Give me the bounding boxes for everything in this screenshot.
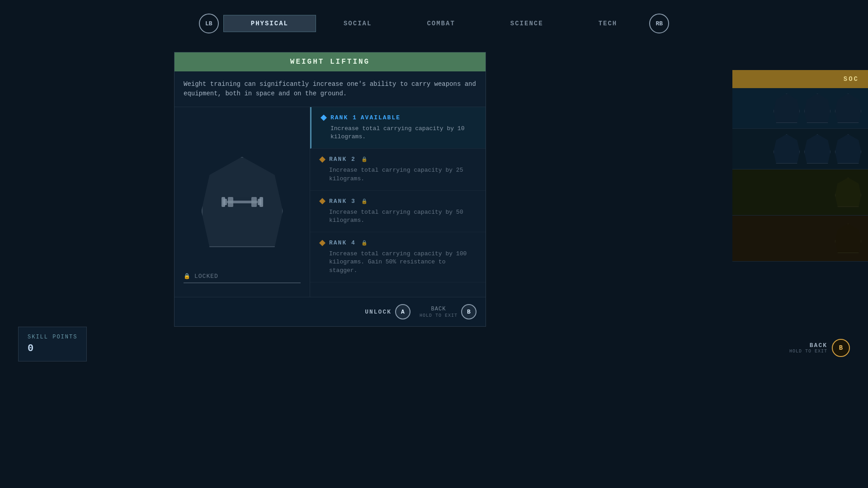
unlock-button[interactable]: UNLOCK A — [365, 304, 410, 319]
rank-1-description: Increase total carrying capacity by 10 k… — [321, 125, 476, 141]
skill-points-label: SKILL POINTS — [28, 334, 77, 340]
right-skill-hex-2a[interactable] — [774, 134, 800, 164]
rank-2-indicator — [319, 156, 326, 163]
skill-title: WEIGHT LIFTING — [175, 52, 486, 71]
action-bar: UNLOCK A BACK HOLD TO EXIT B — [175, 297, 486, 326]
rank-2-number: RANK 2 — [329, 156, 356, 163]
dumbbell-icon — [220, 188, 265, 216]
svg-rect-3 — [259, 197, 263, 207]
svg-rect-1 — [222, 197, 225, 207]
right-skill-hex-1a[interactable] — [774, 94, 800, 123]
right-skill-hex-2c[interactable] — [835, 134, 861, 164]
right-row-4 — [732, 216, 868, 262]
rank-item-4[interactable]: RANK 4 🔒 Increase total carrying capacit… — [310, 232, 486, 282]
tab-bar: PHYSICAL SOCIAL COMBAT SCIENCE TECH — [223, 15, 645, 32]
skill-icon-area: 🔒 LOCKED — [175, 107, 310, 297]
rank-2-header: RANK 2 🔒 — [319, 156, 476, 163]
rank-4-lock-icon: 🔒 — [361, 240, 368, 246]
unlock-btn-circle: A — [395, 304, 410, 319]
locked-text: LOCKED — [194, 273, 218, 280]
skill-hexagon — [202, 157, 283, 247]
rb-button[interactable]: RB — [649, 14, 669, 33]
rank-1-number: RANK 1 — [330, 114, 357, 121]
rank-item-2[interactable]: RANK 2 🔒 Increase total carrying capacit… — [310, 149, 486, 190]
tab-tech[interactable]: TECH — [571, 15, 645, 32]
tab-social[interactable]: SOCIAL — [316, 15, 399, 32]
right-row-2 — [732, 129, 868, 169]
rank-3-description: Increase total carrying capacity by 50 k… — [319, 208, 476, 225]
ranks-area: RANK 1 AVAILABLE Increase total carrying… — [310, 107, 486, 297]
bottom-back-sub: HOLD TO EXIT — [789, 349, 827, 354]
right-skill-hex-3a[interactable] — [835, 178, 861, 207]
tab-science[interactable]: SCIENCE — [483, 15, 571, 32]
rank-4-number: RANK 4 — [329, 239, 356, 246]
right-skill-hex-1c[interactable] — [835, 94, 861, 123]
skill-points-panel: SKILL POINTS 0 — [18, 327, 87, 361]
hexagon-container — [197, 152, 288, 252]
rank-2-description: Increase total carrying capacity by 25 k… — [319, 166, 476, 183]
tab-physical[interactable]: PHYSICAL — [223, 15, 316, 32]
rank-item-1[interactable]: RANK 1 AVAILABLE Increase total carrying… — [310, 107, 486, 149]
svg-rect-5 — [228, 197, 233, 207]
right-side-panel: SOC — [732, 70, 868, 262]
back-section: BACK HOLD TO EXIT — [420, 306, 458, 318]
svg-rect-6 — [251, 197, 257, 207]
right-panel-header: SOC — [732, 70, 868, 88]
lb-button[interactable]: LB — [199, 14, 219, 33]
rank-1-available-label: AVAILABLE — [361, 114, 401, 121]
back-label: BACK — [431, 306, 446, 312]
bottom-back-btn-circle: B — [832, 339, 850, 357]
unlock-label: UNLOCK — [365, 309, 392, 315]
navigation-bar: LB PHYSICAL SOCIAL COMBAT SCIENCE TECH R… — [0, 14, 868, 33]
rank-2-lock-icon: 🔒 — [361, 156, 368, 162]
right-row-1 — [732, 88, 868, 129]
locked-progress-bar — [184, 282, 301, 283]
tab-combat[interactable]: COMBAT — [399, 15, 482, 32]
right-row-3 — [732, 169, 868, 216]
hold-to-exit-label: HOLD TO EXIT — [420, 313, 458, 318]
skill-description: Weight training can significantly increa… — [175, 71, 486, 107]
right-skill-hex-1b[interactable] — [804, 94, 830, 123]
rank-1-header: RANK 1 AVAILABLE — [321, 114, 476, 121]
locked-status: 🔒 LOCKED — [184, 273, 301, 283]
rank-1-indicator — [321, 115, 327, 121]
locked-label: 🔒 LOCKED — [184, 273, 301, 280]
rank-3-lock-icon: 🔒 — [361, 198, 368, 204]
rank-item-3[interactable]: RANK 3 🔒 Increase total carrying capacit… — [310, 191, 486, 232]
panel-body: 🔒 LOCKED RANK 1 AVAILABLE Increase total… — [175, 107, 486, 297]
right-skill-hex-4a[interactable] — [835, 224, 861, 253]
back-btn-circle: B — [461, 304, 476, 319]
rank-4-description: Increase total carrying capacity by 100 … — [319, 250, 476, 275]
rank-4-indicator — [319, 240, 326, 246]
right-skill-hex-2b[interactable] — [804, 134, 830, 164]
rank-3-number: RANK 3 — [329, 198, 356, 205]
skill-points-value: 0 — [28, 343, 77, 354]
back-button[interactable]: BACK HOLD TO EXIT B — [420, 304, 476, 319]
bottom-back-text: BACK HOLD TO EXIT — [789, 342, 827, 354]
lock-icon: 🔒 — [184, 273, 191, 280]
rank-3-indicator — [319, 198, 326, 204]
bottom-back-label: BACK — [789, 342, 827, 349]
skill-detail-panel: WEIGHT LIFTING Weight training can signi… — [174, 52, 486, 327]
bottom-back-button[interactable]: BACK HOLD TO EXIT B — [789, 339, 850, 357]
rank-4-header: RANK 4 🔒 — [319, 239, 476, 246]
rank-3-header: RANK 3 🔒 — [319, 198, 476, 205]
